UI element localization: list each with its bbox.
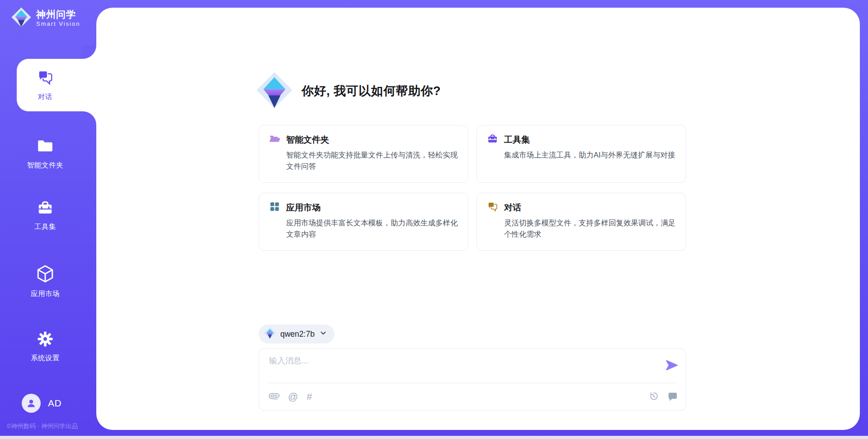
card-description: 应用市场提供丰富长文本模板，助力高效生成多样化文章内容 (286, 217, 458, 240)
card-description: 智能文件夹功能支持批量文件上传与清洗，轻松实现文件问答 (286, 149, 458, 172)
tab-fillet-top (83, 45, 96, 59)
sidebar-item-label: 系统设置 (31, 353, 60, 363)
card-title: 对话 (504, 202, 521, 214)
cube-icon (36, 264, 55, 285)
brand-logo-diamond-icon (11, 7, 32, 29)
folder-icon (36, 137, 54, 157)
message-input[interactable] (269, 355, 649, 380)
sidebar-item-label: 工具集 (34, 222, 56, 232)
avatar (22, 394, 41, 413)
tab-fillet-bottom (83, 111, 96, 125)
history-clock-icon (648, 391, 659, 403)
card-description: 灵活切换多模型文件，支持多样回复效果调试，满足个性化需求 (504, 217, 676, 240)
sidebar-item-label: 智能文件夹 (27, 161, 63, 170)
sidebar-item-app-market[interactable]: 应用市场 (18, 264, 72, 299)
assistant-logo-diamond-icon (255, 71, 293, 111)
brand-name: 神州问学 (36, 9, 80, 20)
topic-button[interactable]: # (307, 392, 312, 402)
card-title: 应用市场 (286, 202, 321, 214)
model-logo-diamond-icon (264, 327, 276, 341)
paperclip-icon (269, 391, 279, 403)
brand-subtitle: Smart Vision (36, 20, 80, 27)
sidebar-item-smart-folder[interactable]: 智能文件夹 (18, 137, 72, 170)
composer: @ # (259, 348, 686, 411)
gear-icon (37, 330, 54, 349)
app-window: 神州问学 Smart Vision 对话 智能文件夹 (0, 0, 868, 439)
greeting-text: 你好, 我可以如何帮助你? (302, 83, 441, 99)
apps-grid-icon (269, 201, 280, 214)
greeting: 你好, 我可以如何帮助你? (255, 71, 441, 111)
chat-bubbles-icon (487, 201, 498, 214)
brand-text: 神州问学 Smart Vision (36, 9, 80, 27)
card-title: 智能文件夹 (286, 134, 329, 146)
at-sign-icon: @ (288, 392, 298, 402)
brand: 神州问学 Smart Vision (11, 7, 80, 29)
viewport-bottom-strip (0, 436, 868, 439)
model-selector[interactable]: qwen2:7b (259, 324, 335, 344)
folder-icon (269, 133, 280, 146)
main-panel: 你好, 我可以如何帮助你? 智能文件夹 智能文件夹功能支持批量文件上传与清洗，轻… (96, 8, 860, 430)
card-description: 集成市场上主流工具，助力AI与外界无缝扩展与对接 (504, 149, 676, 161)
history-button[interactable] (648, 391, 659, 403)
card-toolset[interactable]: 工具集 集成市场上主流工具，助力AI与外界无缝扩展与对接 (476, 125, 686, 183)
toolbox-icon (37, 199, 54, 218)
toolbox-icon (487, 133, 498, 146)
sidebar-item-chat[interactable]: 对话 (17, 59, 96, 111)
chat-bubbles-icon (37, 69, 54, 88)
feature-cards: 智能文件夹 智能文件夹功能支持批量文件上传与清洗，轻松实现文件问答 (259, 125, 686, 251)
mention-button[interactable]: @ (288, 392, 298, 402)
user-initials: AD (48, 398, 61, 409)
feedback-chat-button[interactable] (667, 391, 678, 403)
model-name: qwen2:7b (280, 329, 315, 339)
card-title: 工具集 (504, 134, 530, 146)
user-profile[interactable]: AD (22, 394, 61, 413)
attach-file-button[interactable] (269, 391, 279, 403)
card-smart-folder[interactable]: 智能文件夹 智能文件夹功能支持批量文件上传与清洗，轻松实现文件问答 (259, 125, 468, 183)
chat-bubble-filled-icon (667, 391, 678, 403)
composer-toolbar: @ # (269, 383, 678, 410)
copyright-footer: ©神州数码 · 神州问学出品 (7, 422, 78, 430)
card-chat[interactable]: 对话 灵活切换多模型文件，支持多样回复效果调试，满足个性化需求 (476, 193, 686, 251)
hash-icon: # (307, 392, 312, 402)
chevron-down-icon (319, 329, 327, 339)
sidebar-item-toolset[interactable]: 工具集 (18, 199, 72, 232)
sidebar-item-label: 应用市场 (31, 289, 60, 299)
sidebar-item-settings[interactable]: 系统设置 (18, 330, 72, 363)
card-app-market[interactable]: 应用市场 应用市场提供丰富长文本模板，助力高效生成多样化文章内容 (259, 193, 468, 251)
sidebar-item-label: 对话 (38, 92, 52, 102)
send-button[interactable] (665, 358, 679, 373)
